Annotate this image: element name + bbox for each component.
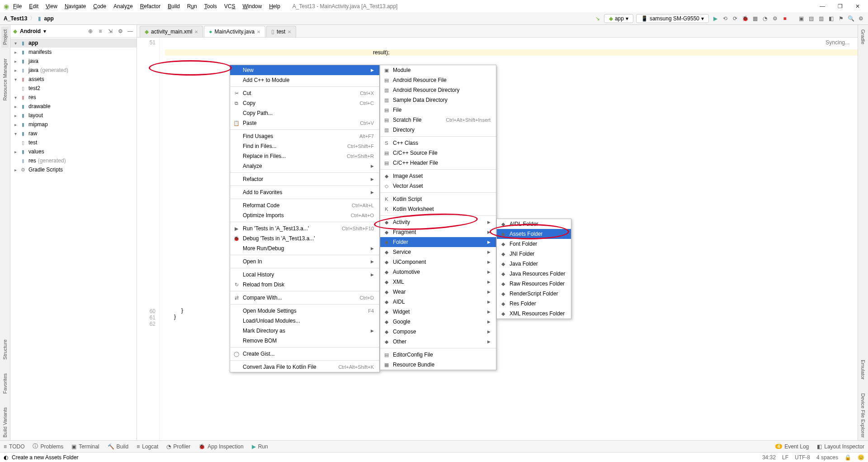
menu-item[interactable]: ◆UiComponent▶ (380, 257, 496, 267)
menu-item[interactable]: ▤File (380, 105, 496, 115)
menu-item[interactable]: Optimize ImportsCtrl+Alt+O (230, 210, 379, 220)
tab-structure[interactable]: Structure (1, 337, 9, 362)
lock-icon[interactable]: 🔒 (844, 454, 851, 461)
close-icon[interactable]: ✕ (257, 29, 260, 34)
menu-item[interactable]: ◆RenderScript Folder (497, 289, 571, 299)
debug-button[interactable]: 🐞 (741, 15, 749, 22)
menu-item[interactable]: ▥Sample Data Directory (380, 95, 496, 105)
tree-app[interactable]: ▾▮app (10, 38, 137, 48)
menu-code[interactable]: Code (90, 2, 109, 11)
coverage-icon[interactable]: ▦ (751, 15, 759, 22)
stop-button[interactable]: ■ (781, 15, 788, 22)
sync-icon[interactable]: ↘ (594, 15, 601, 22)
menu-file[interactable]: File (10, 2, 25, 11)
menu-item[interactable]: ◆Activity▶ (380, 217, 496, 227)
tab-device-file-explorer[interactable]: Device File Explorer (859, 391, 867, 440)
menu-item[interactable]: Add C++ to Module (230, 75, 379, 85)
menu-item[interactable]: ▤Scratch FileCtrl+Alt+Shift+Insert (380, 115, 496, 125)
tab-emulator[interactable]: Emulator (859, 357, 867, 382)
settings-icon[interactable]: ⚙ (117, 28, 124, 35)
menu-navigate[interactable]: Navigate (61, 2, 89, 11)
close-icon[interactable]: ✕ (194, 29, 198, 34)
balloon-icon[interactable]: ◐ (4, 454, 8, 461)
menu-refactor[interactable]: Refactor (137, 2, 164, 11)
menu-item[interactable]: ◆XML Resources Folder (497, 309, 571, 319)
tree-assets[interactable]: ▾▮assets (10, 75, 137, 84)
menu-item[interactable]: Mark Directory as▶ (230, 326, 379, 336)
menu-tools[interactable]: Tools (201, 2, 220, 11)
menu-item[interactable]: Find in Files...Ctrl+Shift+F (230, 141, 379, 151)
cursor-position[interactable]: 34:32 (762, 454, 776, 461)
menu-item[interactable]: ◆Image Asset (380, 171, 496, 181)
tab-build-variants[interactable]: Build Variants (1, 405, 9, 440)
tab-gradle[interactable]: Gradle (859, 27, 867, 47)
menu-item[interactable]: Add to Favorites▶ (230, 187, 379, 197)
tab-event-log[interactable]: 4Event Log (775, 443, 809, 450)
menu-item[interactable]: ◆XML▶ (380, 277, 496, 287)
menu-item[interactable]: ▦Resource Bundle (380, 360, 496, 370)
tab-favorites[interactable]: Favorites (1, 371, 9, 396)
resource-manager-icon[interactable]: ▥ (817, 15, 825, 22)
tree-mipmap[interactable]: ▸▮mipmap (10, 120, 137, 129)
locate-icon[interactable]: ⊕ (87, 28, 94, 35)
menu-item[interactable]: ▤EditorConfig File (380, 350, 496, 360)
tab-layout-inspector[interactable]: ◧Layout Inspector (817, 443, 864, 450)
menu-item[interactable]: ◆JNI Folder (497, 249, 571, 259)
menu-edit[interactable]: Edit (26, 2, 42, 11)
menu-view[interactable]: View (42, 2, 61, 11)
menu-item[interactable]: ⇄Compare With...Ctrl+D (230, 293, 379, 303)
menu-item[interactable]: ◆Java Folder (497, 259, 571, 269)
troubleshoot-icon[interactable]: ⚑ (837, 15, 844, 22)
tree-gradle-scripts[interactable]: ▸⚙Gradle Scripts (10, 165, 137, 174)
menu-item[interactable]: Open Module SettingsF4 (230, 306, 379, 316)
tab-terminal[interactable]: ▣Terminal (71, 443, 99, 450)
close-button[interactable]: ✕ (855, 3, 860, 10)
menu-item[interactable]: 📋PasteCtrl+V (230, 118, 379, 128)
tab-test[interactable]: ▯test✕ (266, 26, 296, 37)
tab-activity-main[interactable]: ◆activity_main.xml✕ (140, 26, 203, 37)
profiler-icon[interactable]: ◔ (761, 15, 769, 22)
menu-item[interactable]: Open In▶ (230, 257, 379, 267)
tree-res-generated[interactable]: ▮res (generated) (10, 156, 137, 165)
menu-item[interactable]: ▥Directory (380, 125, 496, 135)
tree-drawable[interactable]: ▸▮drawable (10, 102, 137, 111)
menu-item[interactable]: ◆Res Folder (497, 299, 571, 309)
menu-run[interactable]: Run (184, 2, 200, 11)
menu-item[interactable]: Find UsagesAlt+F7 (230, 131, 379, 141)
menu-item[interactable]: ◆AIDL Folder (497, 219, 571, 229)
apply-changes-icon[interactable]: ⟲ (722, 15, 729, 22)
run-button[interactable]: ▶ (712, 15, 719, 22)
tab-build[interactable]: 🔨Build (108, 443, 129, 450)
menu-item[interactable]: ◆Widget▶ (380, 307, 496, 317)
tree-raw[interactable]: ▾▮raw (10, 129, 137, 138)
menu-item[interactable]: Reformat CodeCtrl+Alt+L (230, 200, 379, 210)
tab-logcat[interactable]: ≡Logcat (137, 443, 158, 450)
menu-item[interactable]: ↻Reload from Disk (230, 280, 379, 290)
menu-item[interactable]: ◆Assets Folder (497, 229, 571, 239)
menu-item[interactable]: ◆Folder▶ (380, 237, 496, 247)
menu-item[interactable]: ◆Compose▶ (380, 327, 496, 337)
tree-res[interactable]: ▾▮res (10, 93, 137, 102)
tab-problems[interactable]: ⓘProblems (33, 443, 63, 450)
menu-item[interactable]: ▤Android Resource File (380, 75, 496, 85)
close-icon[interactable]: ✕ (288, 29, 291, 34)
menu-item[interactable]: ◆Other▶ (380, 337, 496, 347)
menu-item[interactable]: Convert Java File to Kotlin FileCtrl+Alt… (230, 362, 379, 372)
tab-mainactivity[interactable]: ●MainActivity.java✕ (204, 26, 265, 37)
menu-item[interactable]: KKotlin Script (380, 194, 496, 204)
menu-window[interactable]: Window (239, 2, 265, 11)
menu-build[interactable]: Build (165, 2, 183, 11)
menu-item[interactable]: ◇Vector Asset (380, 181, 496, 191)
menu-item[interactable]: ◆Fragment▶ (380, 227, 496, 237)
attach-debugger-icon[interactable]: ⚙ (771, 15, 778, 22)
project-view-mode[interactable]: Android (20, 28, 41, 34)
layout-inspector-icon[interactable]: ◧ (827, 15, 835, 22)
hide-icon[interactable]: — (127, 28, 134, 35)
menu-item[interactable]: ◆AIDL▶ (380, 297, 496, 307)
tree-manifests[interactable]: ▸▮manifests (10, 48, 137, 57)
breadcrumb-root[interactable]: A_Test13 (4, 15, 27, 22)
run-config-selector[interactable]: ◆ app ▾ (604, 14, 633, 23)
face-icon[interactable]: 😐 (858, 454, 864, 461)
menu-analyze[interactable]: Analyze (110, 2, 136, 11)
menu-item[interactable]: Refactor▶ (230, 174, 379, 184)
